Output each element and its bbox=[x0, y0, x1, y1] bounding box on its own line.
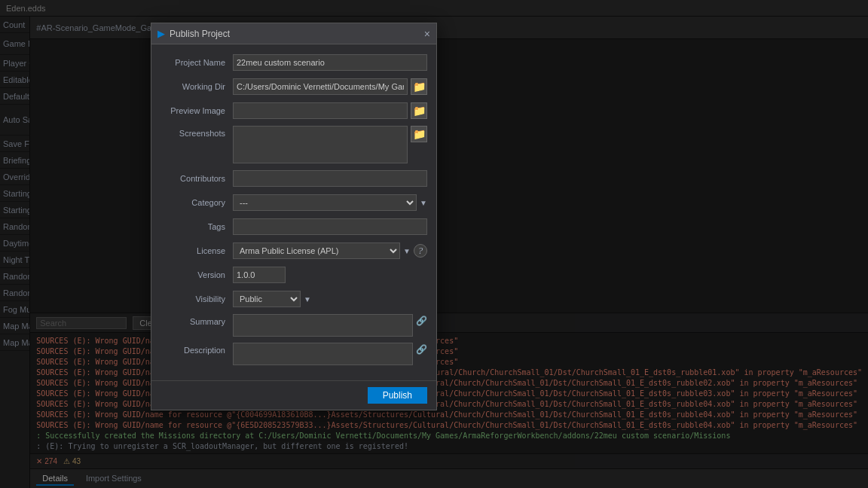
browse-working-dir-button[interactable]: 📁 bbox=[411, 78, 427, 95]
control-visibility: Public Private Friends Only ▼ bbox=[233, 291, 427, 307]
label-project-name: Project Name bbox=[160, 58, 233, 67]
label-category: Category bbox=[160, 198, 233, 207]
summary-link-icon[interactable]: 🔗 bbox=[416, 316, 427, 326]
field-contributors: Contributors bbox=[160, 169, 427, 188]
control-summary: 🔗 bbox=[233, 314, 427, 337]
input-contributors[interactable] bbox=[233, 170, 427, 187]
label-preview-image: Preview Image bbox=[160, 106, 233, 115]
publish-button[interactable]: Publish bbox=[368, 387, 427, 404]
label-description: Description bbox=[160, 343, 233, 355]
field-category: Category --- ▼ bbox=[160, 194, 427, 212]
browse-screenshots-button[interactable]: 📁 bbox=[411, 126, 427, 142]
control-license: Arma Public License (APL) ▼ ? bbox=[233, 242, 427, 259]
field-working-dir: Working Dir 📁 bbox=[160, 78, 427, 96]
field-screenshots: Screenshots 📁 bbox=[160, 126, 427, 163]
input-project-name[interactable] bbox=[233, 54, 427, 71]
control-description: 🔗 bbox=[233, 343, 427, 365]
category-dropdown-arrow[interactable]: ▼ bbox=[420, 199, 427, 207]
control-screenshots: 📁 bbox=[233, 126, 427, 163]
field-visibility: Visibility Public Private Friends Only ▼ bbox=[160, 290, 427, 308]
label-contributors: Contributors bbox=[160, 174, 233, 183]
visibility-dropdown-arrow[interactable]: ▼ bbox=[304, 295, 311, 303]
dialog-footer: Publish bbox=[151, 380, 436, 410]
control-contributors bbox=[233, 170, 427, 187]
textarea-summary[interactable] bbox=[233, 314, 413, 337]
control-project-name bbox=[233, 54, 427, 71]
description-link-icon[interactable]: 🔗 bbox=[416, 344, 427, 355]
field-license: License Arma Public License (APL) ▼ ? bbox=[160, 242, 427, 260]
control-preview-image: 📁 bbox=[233, 102, 427, 119]
control-tags bbox=[233, 218, 427, 235]
label-summary: Summary bbox=[160, 314, 233, 326]
field-preview-image: Preview Image 📁 bbox=[160, 102, 427, 120]
field-version: Version bbox=[160, 266, 427, 284]
select-visibility[interactable]: Public Private Friends Only bbox=[233, 291, 301, 307]
dialog-title-bar: ▶ Publish Project × bbox=[151, 23, 436, 44]
publish-dialog: ▶ Publish Project × Project Name Working… bbox=[151, 23, 437, 410]
browse-preview-image-button[interactable]: 📁 bbox=[411, 102, 427, 119]
control-category: --- ▼ bbox=[233, 194, 427, 211]
dialog-title-text: Publish Project bbox=[170, 29, 424, 39]
label-license: License bbox=[160, 246, 233, 255]
label-tags: Tags bbox=[160, 222, 233, 231]
field-tags: Tags bbox=[160, 218, 427, 236]
dialog-body: Project Name Working Dir 📁 Preview Image… bbox=[151, 44, 436, 380]
select-category[interactable]: --- bbox=[233, 194, 417, 211]
screenshots-area bbox=[233, 126, 408, 163]
label-version: Version bbox=[160, 270, 233, 279]
control-version bbox=[233, 267, 427, 283]
label-screenshots: Screenshots bbox=[160, 126, 233, 138]
dialog-close-button[interactable]: × bbox=[424, 28, 430, 40]
dialog-title-icon: ▶ bbox=[157, 28, 165, 39]
license-help-icon[interactable]: ? bbox=[414, 244, 427, 258]
input-working-dir[interactable] bbox=[233, 78, 408, 95]
label-working-dir: Working Dir bbox=[160, 82, 233, 91]
field-description: Description 🔗 bbox=[160, 343, 427, 365]
input-version[interactable] bbox=[233, 267, 286, 283]
input-tags[interactable] bbox=[233, 218, 427, 235]
label-visibility: Visibility bbox=[160, 294, 233, 303]
license-dropdown-arrow[interactable]: ▼ bbox=[403, 247, 411, 255]
select-license[interactable]: Arma Public License (APL) bbox=[233, 242, 400, 259]
textarea-description[interactable] bbox=[233, 343, 413, 365]
control-working-dir: 📁 bbox=[233, 78, 427, 95]
field-summary: Summary 🔗 bbox=[160, 314, 427, 337]
field-project-name: Project Name bbox=[160, 53, 427, 72]
input-preview-image[interactable] bbox=[233, 102, 408, 119]
